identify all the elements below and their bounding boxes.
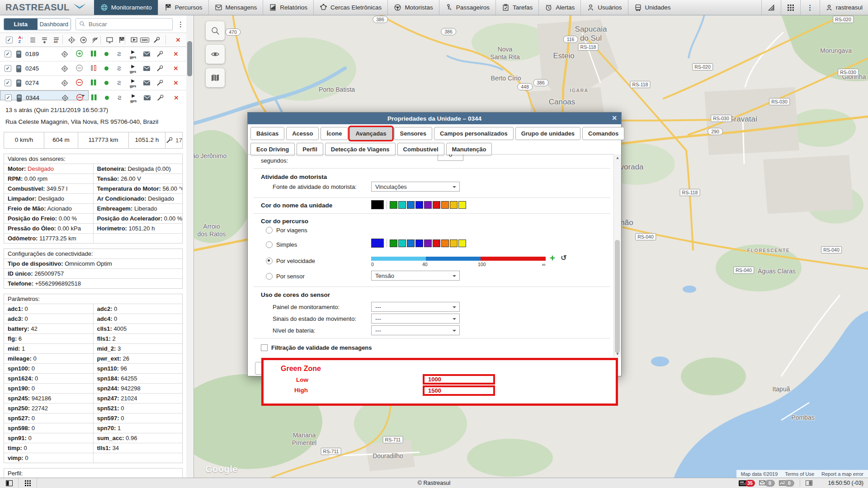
unit-checkbox[interactable]: ✓: [2, 76, 14, 90]
color-swatch[interactable]: [390, 239, 397, 247]
gprs-command-icon[interactable]: ▶gprs: [127, 61, 139, 75]
radio-simple[interactable]: [266, 241, 273, 248]
follow-icon[interactable]: [78, 34, 89, 45]
remove-unit-icon[interactable]: ✕: [170, 61, 182, 75]
color-swatch[interactable]: [424, 201, 432, 209]
color-swatch[interactable]: [407, 201, 415, 209]
color-swatch[interactable]: [433, 239, 440, 247]
color-swatch[interactable]: [441, 201, 449, 209]
message-icon[interactable]: [141, 47, 152, 61]
status-counter[interactable]: 35: [739, 480, 755, 487]
map-layers-icon[interactable]: [206, 68, 225, 87]
map-search-icon[interactable]: [206, 21, 225, 40]
media-icon[interactable]: [128, 34, 139, 45]
add-range-icon[interactable]: +: [550, 253, 555, 263]
color-swatch[interactable]: [441, 239, 449, 247]
sensor-color-select[interactable]: ---: [371, 314, 460, 324]
undo-icon[interactable]: ↺: [561, 254, 566, 262]
remove-icon[interactable]: ✕: [173, 34, 184, 45]
tab-campos-personalizados[interactable]: Campos personalizados: [434, 127, 514, 140]
remove-unit-icon[interactable]: ✕: [170, 91, 182, 105]
monitor-screen-icon[interactable]: [104, 34, 115, 45]
nav-item-alertas[interactable]: Alertas: [538, 0, 580, 15]
user-menu[interactable]: rastreasul: [820, 0, 868, 15]
color-swatch[interactable]: [407, 239, 415, 247]
unit-properties-wrench-icon[interactable]: [154, 61, 165, 75]
measure-icon[interactable]: [761, 0, 781, 15]
sort-az-icon[interactable]: A↓Z: [15, 34, 26, 45]
nav-item-mensagens[interactable]: Mensagens: [208, 0, 263, 15]
radio-by-speed[interactable]: [266, 258, 273, 264]
tab-ícone[interactable]: Ícone: [321, 127, 348, 140]
map-eye-icon[interactable]: [206, 45, 225, 64]
nav-item-tarefas[interactable]: Tarefas: [495, 0, 538, 15]
color-swatch[interactable]: [450, 201, 458, 209]
message-icon[interactable]: [141, 61, 152, 75]
grid-icon[interactable]: [19, 478, 37, 488]
sensor-color-select[interactable]: ---: [371, 302, 460, 312]
radio-by-sensor[interactable]: [266, 273, 273, 280]
unit-locate-icon[interactable]: [59, 61, 71, 75]
tab-dashboard[interactable]: Dashboard: [38, 19, 71, 30]
unit-row-0274[interactable]: ✓0274S▶gprs✕: [0, 76, 186, 90]
nav-item-percursos[interactable]: Percursos: [158, 0, 208, 15]
color-swatch[interactable]: [398, 201, 406, 209]
unit-checkbox[interactable]: ✓: [2, 91, 14, 105]
select-all-checkbox-icon[interactable]: ✓: [4, 34, 14, 45]
gprs-command-icon[interactable]: ▶gprs: [127, 91, 139, 105]
terms-of-use-link[interactable]: Terms of Use: [785, 471, 814, 477]
seconds-input[interactable]: 0: [438, 154, 463, 161]
selected-color-swatch[interactable]: [371, 200, 384, 209]
tab-acesso[interactable]: Acesso: [286, 127, 319, 140]
search-box[interactable]: [75, 18, 173, 30]
unit-properties-wrench-icon[interactable]: [154, 76, 165, 90]
unit-row-0189[interactable]: ✓0189S▶gprs✕: [0, 47, 186, 61]
tab-comandos[interactable]: Comandos: [582, 127, 624, 140]
list-all-icon[interactable]: All: [51, 34, 61, 45]
message-validity-filter-checkbox[interactable]: [261, 344, 268, 351]
color-swatch[interactable]: [433, 201, 440, 209]
tab-básicas[interactable]: Básicas: [250, 127, 284, 140]
speed-range-segment[interactable]: [426, 257, 481, 261]
panel-toggle-icon[interactable]: [806, 480, 812, 486]
sms-icon[interactable]: SMS: [139, 34, 150, 45]
remove-unit-icon[interactable]: ✕: [170, 47, 182, 61]
dialog-scrollbar[interactable]: ▲ ▼: [613, 154, 621, 357]
unit-locate-icon[interactable]: [59, 47, 71, 61]
sensor-track-select[interactable]: Tensão: [371, 271, 460, 281]
color-swatch[interactable]: [415, 239, 423, 247]
color-swatch[interactable]: [398, 239, 406, 247]
sidebar-scrollbar[interactable]: [186, 15, 194, 478]
unit-checkbox[interactable]: ✓: [2, 61, 14, 75]
satellite-icon[interactable]: [90, 34, 100, 45]
green-zone-high-input[interactable]: 1500: [423, 385, 495, 396]
status-counter[interactable]: 0: [759, 480, 775, 487]
nav-item-usuários[interactable]: Usuários: [580, 0, 627, 15]
tab-grupo-de-unidades[interactable]: Grupo de unidades: [515, 127, 580, 140]
message-icon[interactable]: [141, 76, 152, 90]
kebab-icon[interactable]: ⋮: [800, 0, 820, 15]
nav-item-cercas-eletrônicas[interactable]: Cercas Eletrônicas: [313, 0, 387, 15]
color-swatch[interactable]: [450, 239, 458, 247]
layout-panel-icon[interactable]: [0, 478, 19, 488]
sidebar-menu-kebab-icon[interactable]: ⋮: [177, 20, 184, 28]
color-swatch[interactable]: [458, 201, 466, 209]
speed-color-scale[interactable]: 040100∞: [371, 257, 546, 267]
unit-properties-wrench-icon[interactable]: [154, 91, 166, 105]
status-counter[interactable]: 0: [779, 480, 794, 487]
unit-properties-wrench-icon[interactable]: [154, 47, 165, 61]
tab-lista[interactable]: Lista: [4, 19, 38, 30]
gprs-command-icon[interactable]: ▶gprs: [127, 76, 139, 90]
nav-item-passageiros[interactable]: Passageiros: [439, 0, 495, 15]
color-swatch[interactable]: [390, 201, 397, 209]
radio-by-trips[interactable]: [266, 227, 273, 234]
list-icon[interactable]: [27, 34, 38, 45]
color-swatch[interactable]: [415, 201, 423, 209]
nav-item-unidades[interactable]: Unidades: [628, 0, 677, 15]
green-zone-low-input[interactable]: 1000: [423, 374, 495, 385]
nav-item-motoristas[interactable]: Motoristas: [387, 0, 439, 15]
report-error-link[interactable]: Report a map error: [821, 471, 863, 477]
unit-row-0245[interactable]: ✓0245S▶gprs✕: [0, 61, 186, 76]
speed-range-segment[interactable]: [371, 257, 426, 261]
unit-checkbox[interactable]: ✓: [2, 47, 14, 61]
